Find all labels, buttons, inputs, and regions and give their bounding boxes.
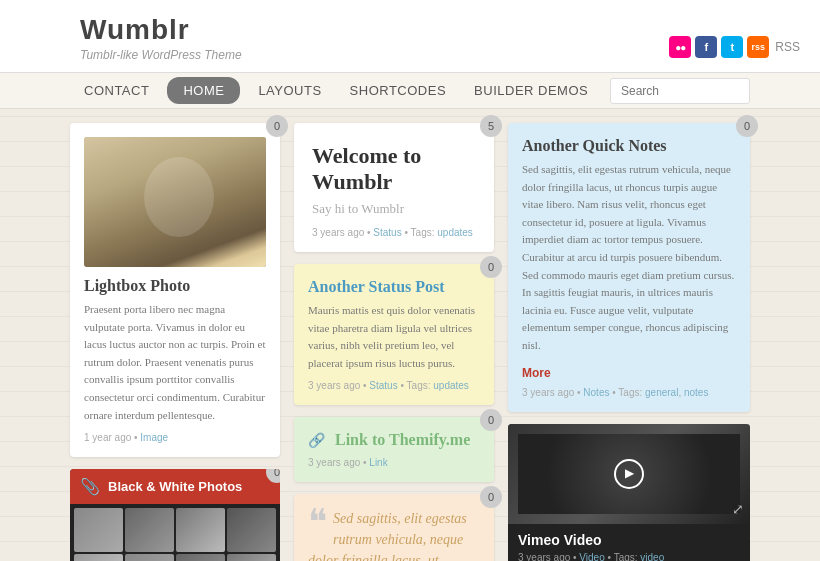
quick-notes-title: Another Quick Notes [522,137,736,155]
nav-shortcodes[interactable]: SHORTCODES [336,73,461,108]
main-content: 0 Lightbox Photo Praesent porta libero n… [0,109,820,561]
status-count: 0 [480,256,502,278]
search-box[interactable] [610,78,750,104]
quick-notes-meta: 3 years ago • Notes • Tags: general, not… [522,387,736,398]
gallery-thumb-1[interactable] [74,508,123,552]
quote-text: Sed sagittis, elit egestas rutrum vehicu… [308,511,467,561]
lightbox-body: Praesent porta libero nec magna vulputat… [84,301,266,424]
gallery-thumb-4[interactable] [227,508,276,552]
nav-builder-demos[interactable]: BUILDER DEMOS [460,73,602,108]
link-meta-link[interactable]: Link [369,457,387,468]
video-meta-link[interactable]: Video [579,552,604,561]
play-button[interactable]: ▶ [614,459,644,489]
status-meta: 3 years ago • Status • Tags: updates [308,380,480,391]
left-column: 0 Lightbox Photo Praesent porta libero n… [70,123,280,561]
quick-notes-more[interactable]: More [522,366,551,380]
lightbox-count: 0 [266,115,288,137]
quick-notes-count: 0 [736,115,758,137]
video-meta: 3 years ago • Video • Tags: video [518,552,740,561]
middle-column: 5 Welcome to Wumblr Say hi to Wumblr 3 y… [294,123,494,561]
gallery-thumb-5[interactable] [74,554,123,561]
video-tag-link[interactable]: video [640,552,664,561]
lightbox-image[interactable] [84,137,266,267]
paperclip-icon: 📎 [80,477,100,496]
right-column: 0 Another Quick Notes Sed sagittis, elit… [508,123,750,561]
nav-contact[interactable]: CONTACT [70,73,163,108]
lightbox-meta: 1 year ago • Image [84,432,266,443]
site-title: Wumblr [80,14,242,46]
quick-notes-body: Sed sagittis, elit egestas rutrum vehicu… [522,161,736,355]
video-thumbnail[interactable]: ▶ ⤢ [508,424,750,524]
quick-notes-tag2[interactable]: notes [684,387,708,398]
quote-mark: ❝ [308,504,327,540]
video-card: 0 ▶ ⤢ Vimeo Video 3 years ago • Video • … [508,424,750,561]
welcome-card: 5 Welcome to Wumblr Say hi to Wumblr 3 y… [294,123,494,252]
gallery-thumb-2[interactable] [125,508,174,552]
quote-content: ❝ Sed sagittis, elit egestas rutrum vehi… [308,508,480,561]
lightbox-title: Lightbox Photo [84,277,266,295]
rss-text: RSS [775,40,800,54]
gallery-title: Black & White Photos [108,479,242,494]
welcome-meta: 3 years ago • Status • Tags: updates [312,227,476,238]
quick-notes-meta-link[interactable]: Notes [583,387,609,398]
quote-count: 0 [480,486,502,508]
status-meta-link[interactable]: Status [369,380,397,391]
gallery-thumb-7[interactable] [176,554,225,561]
status-body: Mauris mattis est quis dolor venenatis v… [308,302,480,372]
gallery-card: 0 📎 Black & White Photos [70,469,280,561]
link-title: 🔗 Link to Themify.me [308,431,480,449]
status-title: Another Status Post [308,278,480,296]
gallery-thumb-6[interactable] [125,554,174,561]
link-icon: 🔗 [308,432,325,449]
site-tagline: Tumblr-like WordPress Theme [80,48,242,62]
gallery-header: 📎 Black & White Photos [70,469,280,504]
twitter-icon[interactable]: t [721,36,743,58]
welcome-title: Welcome to Wumblr [312,143,476,195]
quick-notes-card: 0 Another Quick Notes Sed sagittis, elit… [508,123,750,412]
expand-icon[interactable]: ⤢ [732,501,744,518]
gallery-thumb-8[interactable] [227,554,276,561]
main-nav: CONTACT HOME LAYOUTS SHORTCODES BUILDER … [0,73,820,109]
header: Wumblr Tumblr-like WordPress Theme ●● f … [0,0,820,73]
welcome-subtitle: Say hi to Wumblr [312,201,476,217]
link-count: 0 [480,409,502,431]
gallery-thumb-3[interactable] [176,508,225,552]
lightbox-meta-link[interactable]: Image [140,432,168,443]
welcome-count: 5 [480,115,502,137]
social-icons: ●● f t rss RSS [669,36,800,58]
quote-card: 0 ❝ Sed sagittis, elit egestas rutrum ve… [294,494,494,561]
flickr-icon[interactable]: ●● [669,36,691,58]
gallery-grid [70,504,280,561]
site-branding: Wumblr Tumblr-like WordPress Theme [80,14,242,62]
quick-notes-tag1[interactable]: general [645,387,678,398]
nav-layouts[interactable]: LAYOUTS [244,73,335,108]
video-info: Vimeo Video 3 years ago • Video • Tags: … [508,524,750,561]
welcome-tag-link[interactable]: updates [437,227,473,238]
facebook-icon[interactable]: f [695,36,717,58]
video-title: Vimeo Video [518,532,740,548]
welcome-meta-link[interactable]: Status [373,227,401,238]
link-card: 0 🔗 Link to Themify.me 3 years ago • Lin… [294,417,494,482]
status-tag-link[interactable]: updates [433,380,469,391]
search-input[interactable] [610,78,750,104]
rss-icon[interactable]: rss [747,36,769,58]
status-card: 0 Another Status Post Mauris mattis est … [294,264,494,405]
link-meta: 3 years ago • Link [308,457,480,468]
nav-home[interactable]: HOME [167,77,240,104]
lightbox-photo-card: 0 Lightbox Photo Praesent porta libero n… [70,123,280,457]
